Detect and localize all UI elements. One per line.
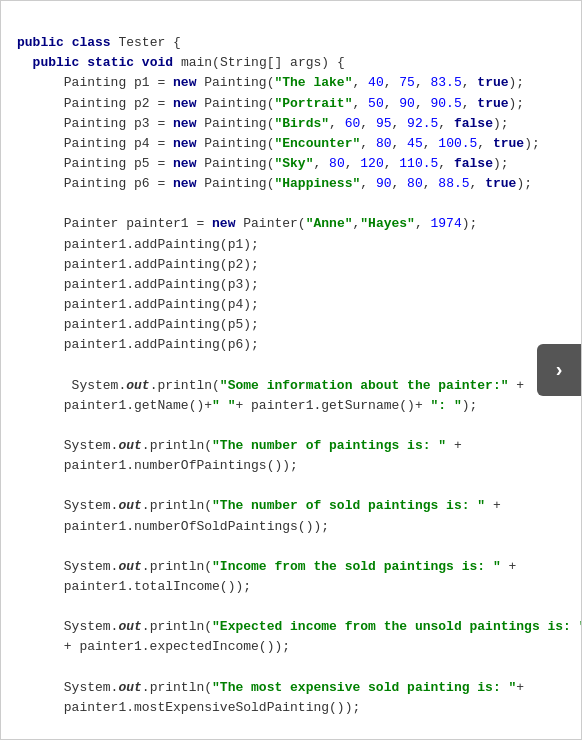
str-expected: "Expected income from the unsold paintin… [212, 619, 582, 634]
num-90: 90 [376, 176, 392, 191]
str-num-sold: "The number of sold paintings is: " [212, 498, 485, 513]
str-expensive: "The most expensive sold painting is: " [212, 680, 516, 695]
keyword-new2: new [173, 96, 196, 111]
num-1005: 100.5 [438, 136, 477, 151]
out-keyword6: out [118, 680, 141, 695]
num-40: 40 [368, 75, 384, 90]
chevron-right-icon: › [553, 355, 565, 386]
keyword-new4: new [173, 136, 196, 151]
num-905: 90.5 [431, 96, 462, 111]
keyword-new6: new [173, 176, 196, 191]
str-num-paintings: "The number of paintings is: " [212, 438, 446, 453]
keyword-public2: public [33, 55, 80, 70]
kw-false2: false [454, 156, 493, 171]
str-happiness: "Happiness" [274, 176, 360, 191]
out-keyword3: out [118, 498, 141, 513]
kw-true2: true [477, 96, 508, 111]
num-120: 120 [360, 156, 383, 171]
num-80a: 80 [376, 136, 392, 151]
str-colon: ": " [431, 398, 462, 413]
str-sky: "Sky" [274, 156, 313, 171]
keyword-new1: new [173, 75, 196, 90]
code-content: public class Tester { public static void… [17, 13, 565, 740]
num-60: 60 [345, 116, 361, 131]
kw-true4: true [485, 176, 516, 191]
keyword-void: void [142, 55, 173, 70]
out-keyword2: out [118, 438, 141, 453]
out-keyword5: out [118, 619, 141, 634]
num-95: 95 [376, 116, 392, 131]
str-encounter: "Encounter" [274, 136, 360, 151]
keyword-new3: new [173, 116, 196, 131]
num-80c: 80 [407, 176, 423, 191]
num-45: 45 [407, 136, 423, 151]
kw-true1: true [477, 75, 508, 90]
keyword-class: class [72, 35, 111, 50]
num-925: 92.5 [407, 116, 438, 131]
num-90: 90 [399, 96, 415, 111]
str-birds: "Birds" [274, 116, 329, 131]
str-lake: "The lake" [274, 75, 352, 90]
out-keyword1: out [126, 378, 149, 393]
str-hayes: "Hayes" [360, 216, 415, 231]
str-anne: "Anne" [306, 216, 353, 231]
keyword-public: public [17, 35, 64, 50]
num-83: 83.5 [431, 75, 462, 90]
str-info: "Some information about the painter:" [220, 378, 509, 393]
out-keyword4: out [118, 559, 141, 574]
keyword-new5: new [173, 156, 196, 171]
kw-false1: false [454, 116, 493, 131]
str-income: "Income from the sold paintings is: " [212, 559, 501, 574]
num-75: 75 [399, 75, 415, 90]
chevron-button[interactable]: › [537, 344, 581, 396]
num-885: 88.5 [438, 176, 469, 191]
num-50: 50 [368, 96, 384, 111]
kw-true3: true [493, 136, 524, 151]
keyword-static: static [87, 55, 134, 70]
num-1105: 110.5 [399, 156, 438, 171]
keyword-new7: new [212, 216, 235, 231]
code-editor: public class Tester { public static void… [0, 0, 582, 740]
str-portrait: "Portrait" [274, 96, 352, 111]
num-1974: 1974 [431, 216, 462, 231]
str-space: " " [212, 398, 235, 413]
num-80b: 80 [329, 156, 345, 171]
